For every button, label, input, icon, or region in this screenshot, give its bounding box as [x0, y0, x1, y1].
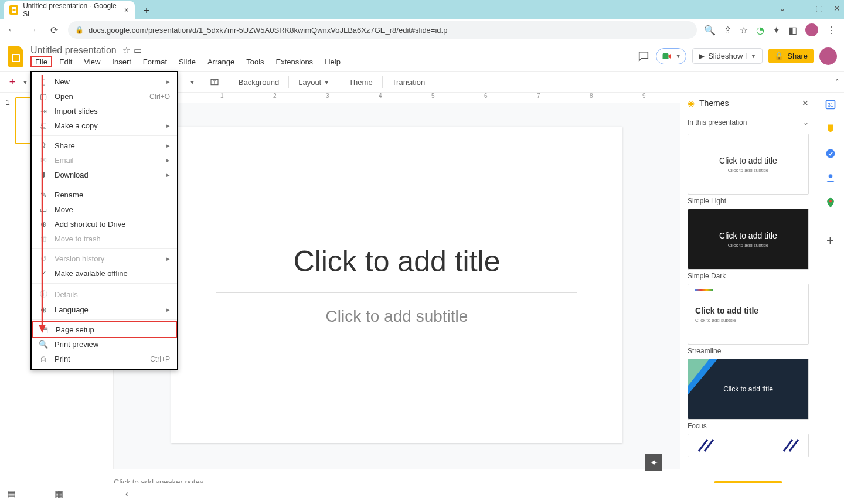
caret-down-icon[interactable]: ⌄ [779, 4, 786, 13]
explore-button[interactable]: ✦ [645, 454, 662, 471]
slide-canvas[interactable]: Click to add title Click to add subtitle [171, 127, 622, 443]
menu-share[interactable]: ⇪Share▸ [32, 138, 177, 153]
back-button[interactable]: ← [5, 23, 19, 37]
themes-panel: ◉ Themes ✕ In this presentation ⌄ Click … [680, 93, 816, 504]
menu-version-history[interactable]: ↺Version history▸ [32, 251, 177, 266]
star-icon[interactable]: ☆ [122, 45, 130, 56]
theme-simple-dark[interactable]: Click to add title Click to add subtitle… [688, 209, 809, 280]
menu-rename[interactable]: ✎Rename [32, 188, 177, 202]
theme-simple-light[interactable]: Click to add title Click to add subtitle… [688, 134, 809, 205]
maximize-icon[interactable]: ▢ [815, 4, 823, 13]
menu-arrange[interactable]: Arrange [203, 56, 239, 67]
ruler-tick: 2 [273, 93, 277, 99]
rename-icon: ✎ [39, 190, 48, 199]
browser-tab[interactable]: Untitled presentation - Google Sl × [4, 1, 135, 19]
collapse-thumbs-icon[interactable]: ‹ [125, 489, 128, 499]
menu-page-setup[interactable]: ▤Page setup [32, 321, 177, 338]
menu-file[interactable]: File [30, 56, 52, 67]
chevron-down-icon[interactable]: ▼ [746, 53, 756, 59]
textbox-icon[interactable] [205, 75, 224, 89]
slide-title-placeholder[interactable]: Click to add title [294, 244, 501, 278]
doc-title[interactable]: Untitled presentation [30, 45, 117, 56]
filmstrip-view-icon[interactable]: ▦ [55, 488, 63, 499]
ruler-tick: 7 [537, 93, 540, 99]
share-button[interactable]: 🔒 Share [768, 49, 814, 63]
grid-view-icon[interactable]: ▤ [7, 488, 16, 499]
menu-print[interactable]: ⎙PrintCtrl+P [32, 352, 177, 366]
close-icon[interactable]: × [124, 5, 129, 15]
add-addon-icon[interactable]: + [826, 233, 834, 248]
ruler-tick: 9 [642, 93, 646, 99]
sidepanel-icon[interactable]: ◧ [788, 25, 797, 36]
menu-open[interactable]: ▢OpenCtrl+O [32, 89, 177, 104]
chevron-down-icon[interactable]: ▼ [189, 79, 195, 86]
slide-subtitle-placeholder[interactable]: Click to add subtitle [216, 292, 577, 326]
menu-slide[interactable]: Slide [174, 56, 200, 67]
new-tab-button[interactable]: + [138, 2, 155, 19]
menu-email[interactable]: ✉Email▸ [32, 153, 177, 168]
themes-title: Themes [699, 98, 729, 108]
slides-logo[interactable] [7, 45, 26, 68]
theme-button[interactable]: Theme [344, 76, 377, 89]
menu-make-copy[interactable]: ⿻Make a copy▸ [32, 118, 177, 133]
menu-edit[interactable]: Edit [55, 56, 77, 67]
profile-avatar[interactable] [805, 23, 818, 36]
theme-more[interactable] [688, 434, 809, 457]
meet-button[interactable]: ▼ [656, 48, 686, 64]
menu-print-preview[interactable]: 🔍Print preview [32, 337, 177, 352]
menu-help[interactable]: Help [320, 56, 345, 67]
menu-label: Make available offline [55, 269, 128, 278]
contacts-icon[interactable] [825, 172, 836, 184]
menu-import-slides[interactable]: ⇥Import slides [32, 104, 177, 118]
slide-number: 1 [6, 98, 10, 107]
themes-sub-header[interactable]: In this presentation ⌄ [680, 114, 816, 131]
close-icon[interactable]: ✕ [802, 98, 809, 108]
menu-extensions[interactable]: Extensions [271, 56, 318, 67]
theme-focus[interactable]: Click to add title Focus [688, 359, 809, 430]
reload-button[interactable]: ⟳ [47, 23, 61, 37]
layout-button[interactable]: Layout▼ [294, 76, 334, 89]
chrome-menu-icon[interactable]: ⋮ [826, 25, 836, 36]
forward-button[interactable]: → [26, 23, 40, 37]
menu-move[interactable]: ▭Move [32, 202, 177, 217]
extensions-icon[interactable]: ✦ [772, 25, 780, 36]
share-page-icon[interactable]: ⇪ [724, 25, 731, 36]
menu-add-shortcut[interactable]: ⊕Add shortcut to Drive [32, 217, 177, 231]
comments-icon[interactable] [637, 50, 650, 63]
transition-button[interactable]: Transition [387, 76, 430, 89]
theme-preview-sub: Click to add subtitle [728, 243, 768, 248]
address-bar[interactable]: 🔒 docs.google.com/presentation/d/1_5dxk7… [68, 21, 697, 39]
bookmark-icon[interactable]: ☆ [740, 25, 748, 36]
background-button[interactable]: Background [234, 76, 284, 89]
chevron-down-icon[interactable]: ▼ [22, 79, 28, 86]
extension1-icon[interactable]: ◔ [756, 25, 764, 36]
menu-download[interactable]: ⬇Download▸ [32, 168, 177, 182]
calendar-icon[interactable]: 31 [825, 98, 836, 110]
chevron-down-icon: ▼ [324, 79, 329, 86]
close-window-icon[interactable]: ✕ [833, 4, 840, 13]
menu-tools[interactable]: Tools [241, 56, 268, 67]
menu-details[interactable]: ⓘDetails [32, 286, 177, 302]
move-to-folder-icon[interactable]: ▭ [134, 45, 142, 56]
zoom-icon[interactable]: 🔍 [704, 25, 716, 36]
theme-streamline[interactable]: Click to add title Click to add subtitle… [688, 284, 809, 355]
new-slide-button[interactable]: + [5, 76, 20, 88]
slideshow-button[interactable]: ▶ Slideshow ▼ [692, 48, 763, 64]
menu-offline[interactable]: ✓Make available offline [32, 266, 177, 281]
print-icon: ⎙ [39, 355, 48, 363]
maps-icon[interactable] [825, 197, 836, 209]
menu-format[interactable]: Format [138, 56, 172, 67]
menu-view[interactable]: View [79, 56, 105, 67]
collapse-toolbar-icon[interactable]: ˄ [835, 78, 839, 87]
theme-preview-sub: Click to add subtitle [728, 168, 768, 173]
google-account-avatar[interactable] [819, 47, 837, 65]
menu-insert[interactable]: Insert [107, 56, 136, 67]
keep-icon[interactable] [825, 123, 836, 135]
menu-trash[interactable]: 🗑Move to trash [32, 231, 177, 246]
menu-new[interactable]: ▯New▸ [32, 74, 177, 89]
tasks-icon[interactable] [825, 148, 836, 159]
minimize-icon[interactable]: — [797, 4, 805, 13]
menu-language[interactable]: ⊕Language▸ [32, 302, 177, 317]
history-icon: ↺ [39, 254, 48, 263]
play-icon: ▶ [699, 52, 705, 60]
